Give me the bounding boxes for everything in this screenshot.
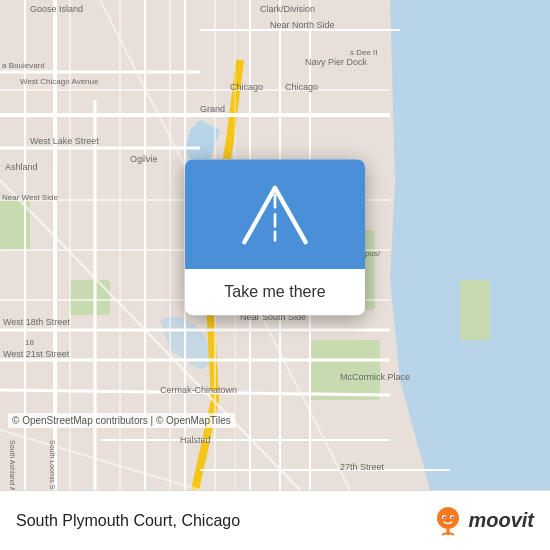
svg-text:Halsted: Halsted [180, 435, 211, 445]
svg-text:West 18th Street: West 18th Street [3, 317, 70, 327]
svg-text:s Dee II: s Dee II [350, 48, 378, 57]
svg-rect-3 [310, 340, 380, 400]
svg-text:a Boulevard: a Boulevard [2, 61, 45, 70]
svg-rect-5 [460, 280, 490, 340]
svg-text:Ashland: Ashland [5, 162, 38, 172]
moovit-brand-text: moovit [468, 509, 534, 532]
svg-text:West Chicago Avenue: West Chicago Avenue [20, 77, 99, 86]
bottom-bar: South Plymouth Court, Chicago moovit [0, 490, 550, 550]
svg-point-64 [437, 507, 459, 529]
svg-text:Near North Side: Near North Side [270, 20, 335, 30]
svg-text:South Ashland Avenue: South Ashland Avenue [9, 440, 16, 490]
svg-text:Chicago: Chicago [230, 82, 263, 92]
moovit-pin-icon [432, 505, 464, 537]
location-text: South Plymouth Court, Chicago [16, 512, 240, 530]
svg-text:Near West Side: Near West Side [2, 193, 58, 202]
svg-text:18: 18 [25, 338, 34, 347]
map-attribution: © OpenStreetMap contributors | © OpenMap… [8, 413, 235, 428]
svg-point-68 [452, 516, 454, 518]
svg-line-59 [244, 188, 275, 242]
svg-text:27th Street: 27th Street [340, 462, 385, 472]
svg-rect-1 [70, 280, 110, 315]
svg-text:West Lake Street: West Lake Street [30, 136, 99, 146]
svg-text:Cermak-Chinatown: Cermak-Chinatown [160, 385, 237, 395]
svg-text:West 21st Street: West 21st Street [3, 349, 70, 359]
moovit-logo: moovit [432, 505, 534, 537]
svg-text:Chicago: Chicago [285, 82, 318, 92]
svg-text:Grand: Grand [200, 104, 225, 114]
svg-text:McCormick Place: McCormick Place [340, 372, 410, 382]
map-container: Goose Island Clark/Division Near North S… [0, 0, 550, 490]
action-card: Take me there [185, 159, 365, 315]
svg-text:Clark/Division: Clark/Division [260, 4, 315, 14]
svg-text:Navy Pier Dock: Navy Pier Dock [305, 57, 368, 67]
svg-line-60 [275, 188, 306, 242]
svg-text:South Loomis Street: South Loomis Street [49, 440, 56, 490]
svg-point-67 [444, 516, 446, 518]
road-icon [240, 179, 310, 249]
svg-text:Goose Island: Goose Island [30, 4, 83, 14]
card-icon-area [185, 159, 365, 269]
svg-text:Ogilvie: Ogilvie [130, 154, 158, 164]
take-me-there-button[interactable]: Take me there [185, 269, 365, 315]
